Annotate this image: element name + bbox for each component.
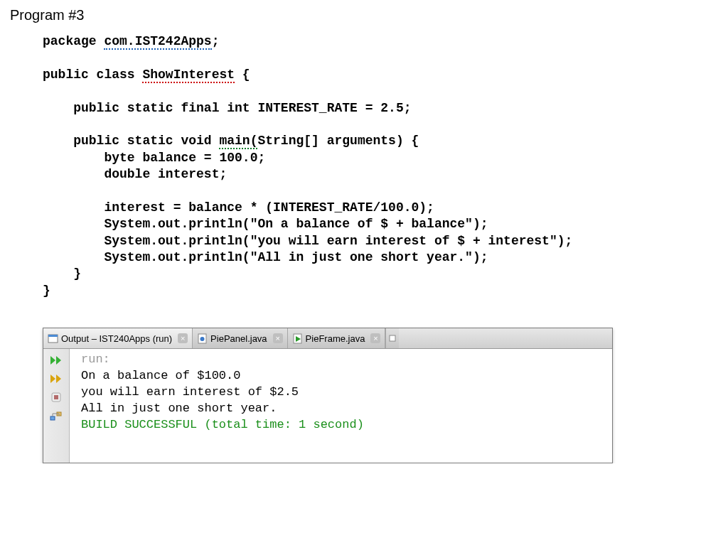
code-line: }: [43, 266, 81, 281]
rerun-icon[interactable]: [48, 353, 64, 367]
tab-bar: Output – IST240Apps (run) × PiePanel.jav…: [43, 328, 612, 349]
console-line: On a balance of $100.0: [81, 369, 240, 382]
output-gutter: [43, 349, 70, 463]
source-code: package com.IST242Apps; public class Sho…: [43, 33, 728, 299]
console-build-status: BUILD SUCCESSFUL (total time: 1 second): [81, 418, 364, 431]
code-line: System.out.println("you will earn intere…: [43, 234, 572, 248]
close-icon[interactable]: ×: [273, 333, 283, 343]
code-line: interest = balance * (INTEREST_RATE/100.…: [43, 200, 434, 215]
svg-marker-7: [50, 356, 55, 365]
code-text: main(: [219, 134, 257, 149]
stop-icon[interactable]: [48, 390, 64, 404]
svg-marker-9: [50, 375, 55, 383]
rerun-alt-icon[interactable]: [48, 372, 64, 386]
tab-label: PieFrame.java: [306, 333, 365, 344]
code-line: public class: [43, 68, 142, 82]
page-title: Program #3: [10, 7, 728, 23]
tab-pieframe[interactable]: PieFrame.java ×: [288, 328, 386, 348]
code-line: public static void: [43, 134, 219, 148]
console-line: All in just one short year.: [81, 402, 277, 415]
svg-rect-13: [50, 416, 55, 420]
code-line: System.out.println("All in just one shor…: [43, 250, 488, 264]
console-line: you will earn interest of $2.5: [81, 385, 299, 399]
tab-output[interactable]: Output – IST240Apps (run) ×: [43, 328, 193, 348]
svg-rect-6: [390, 335, 395, 341]
code-text: com.IST242Apps: [104, 34, 211, 50]
code-text: ShowInterest: [142, 68, 235, 83]
svg-point-3: [200, 337, 205, 341]
output-icon: [48, 333, 58, 344]
code-line: public static final int INTEREST_RATE = …: [43, 101, 411, 115]
tab-piepanel[interactable]: PiePanel.java ×: [193, 328, 288, 348]
panel-body: run: On a balance of $100.0 you will ear…: [43, 349, 612, 463]
console-output[interactable]: run: On a balance of $100.0 you will ear…: [70, 349, 612, 463]
code-line: package: [43, 34, 104, 48]
console-line: run:: [81, 352, 110, 366]
code-text: {: [235, 68, 250, 82]
ide-output-panel: Output – IST240Apps (run) × PiePanel.jav…: [43, 328, 613, 463]
svg-marker-10: [56, 375, 61, 383]
java-main-icon: [292, 333, 303, 344]
code-text: String[] arguments) {: [257, 134, 419, 148]
tab-label: Output – IST240Apps (run): [61, 333, 172, 344]
code-line: byte balance = 100.0;: [43, 151, 265, 165]
svg-marker-8: [56, 356, 61, 365]
code-text: ;: [212, 34, 220, 48]
svg-rect-12: [54, 395, 58, 399]
tab-overflow[interactable]: [385, 328, 399, 348]
code-line: System.out.println("On a balance of $ + …: [43, 217, 488, 231]
close-icon[interactable]: ×: [178, 333, 188, 343]
close-icon[interactable]: ×: [370, 333, 380, 343]
svg-rect-1: [48, 335, 58, 337]
code-line: }: [43, 284, 50, 298]
java-file-icon: [197, 333, 208, 344]
code-line: double interest;: [43, 167, 227, 181]
settings-icon[interactable]: [48, 409, 64, 423]
tab-label: PiePanel.java: [210, 333, 267, 344]
